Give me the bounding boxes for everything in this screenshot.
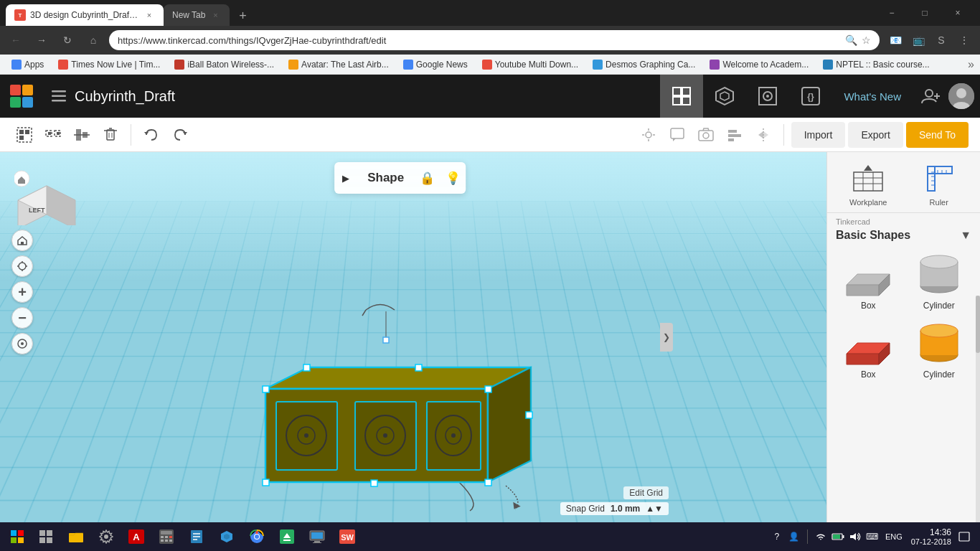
menu-button[interactable]: ⋮	[954, 30, 974, 50]
file-explorer-button[interactable]	[62, 522, 90, 551]
tray-battery-icon[interactable]	[831, 529, 845, 544]
shape-item-cylinder-orange[interactable]: Cylinder	[907, 316, 972, 380]
address-bar[interactable]: https://www.tinkercad.com/things/IQvgerZ…	[109, 30, 880, 50]
tray-lang[interactable]: ENG	[885, 532, 903, 541]
svg-point-78	[304, 433, 308, 438]
tab-close-newtab[interactable]: ×	[209, 9, 221, 21]
edit-grid-button[interactable]: Edit Grid	[623, 486, 669, 499]
export-button[interactable]: Export	[848, 122, 903, 148]
extensions-icon[interactable]: 📧	[885, 30, 905, 50]
minimize-button[interactable]: −	[875, 0, 908, 26]
delete-button[interactable]	[98, 122, 123, 148]
light-icon[interactable]	[636, 122, 661, 148]
svg-point-124	[920, 324, 958, 337]
import-button[interactable]: Import	[791, 122, 846, 148]
add-user-button[interactable]	[913, 75, 948, 118]
align-right-icon[interactable]	[722, 122, 748, 148]
chrome-button[interactable]	[242, 522, 271, 551]
profile-icon[interactable]: S	[931, 30, 951, 50]
tray-user-icon[interactable]: 👤	[787, 529, 801, 544]
svg-rect-47	[728, 130, 737, 133]
tray-help-icon[interactable]: ?	[770, 529, 784, 544]
workplane-tool[interactable]: Workplane	[836, 161, 901, 207]
tray-wifi-icon[interactable]	[814, 529, 828, 544]
app6-button[interactable]	[212, 522, 241, 551]
new-tab-button[interactable]: +	[232, 6, 253, 26]
codeblocks-mode-icon[interactable]	[703, 75, 746, 118]
user-avatar[interactable]	[948, 83, 974, 109]
hamburger-menu[interactable]	[43, 80, 75, 112]
tab-close-tinkercad[interactable]: ×	[143, 9, 155, 21]
bookmark-star-icon[interactable]: ☆	[862, 34, 871, 46]
orbit-button[interactable]	[11, 333, 33, 354]
shape-item-box-grey[interactable]: Box	[836, 248, 901, 311]
bookmark-apps[interactable]: Apps	[6, 58, 50, 71]
script-mode-icon[interactable]: {}	[789, 75, 832, 118]
settings-button[interactable]	[92, 522, 121, 551]
shape-lightbulb-icon[interactable]: 💡	[440, 162, 466, 194]
task-view-button[interactable]	[32, 522, 60, 551]
snap-grid-stepper[interactable]: ▲▼	[646, 504, 663, 514]
bookmark-iball[interactable]: iBall Baton Wireless-...	[169, 58, 280, 71]
bookmarks-more-button[interactable]: »	[968, 58, 974, 71]
ungroup-button[interactable]	[40, 122, 66, 148]
ruler-tool[interactable]: Ruler	[907, 161, 972, 207]
calculator-button[interactable]	[152, 522, 181, 551]
zoom-out-button[interactable]: −	[11, 307, 33, 329]
adobe-button[interactable]: A	[122, 522, 151, 551]
close-button[interactable]: ×	[941, 0, 974, 26]
cast-icon[interactable]: 📺	[908, 30, 928, 50]
group-button[interactable]	[11, 122, 37, 148]
bookmark-nptel[interactable]: NPTEL :: Basic course...	[817, 58, 935, 71]
tab-newtab[interactable]: New Tab ×	[164, 4, 230, 26]
viewport[interactable]: LEFT	[0, 152, 826, 522]
bookmark-times[interactable]: Times Now Live | Tim...	[52, 58, 166, 71]
home-button[interactable]: ⌂	[83, 30, 103, 50]
tinkercad-logo[interactable]	[0, 75, 43, 118]
send-to-button[interactable]: Send To	[906, 122, 969, 148]
back-button[interactable]: ←	[6, 30, 26, 50]
taskbar: A	[0, 522, 980, 551]
bookmark-gnews[interactable]: Google News	[397, 58, 473, 71]
align-button[interactable]	[69, 122, 95, 148]
start-button[interactable]	[3, 522, 32, 551]
tray-keyboard-icon[interactable]: ⌨	[865, 529, 880, 544]
desmos-favicon	[593, 60, 603, 70]
tab-tinkercad[interactable]: T 3D design Cubyrinth_Draft | Tink... ×	[6, 4, 164, 26]
undo-button[interactable]	[138, 122, 164, 148]
mirror-icon[interactable]	[750, 122, 776, 148]
shape-panel-toggle[interactable]: ▶	[334, 162, 357, 194]
shape-item-cylinder-grey[interactable]: Cylinder	[907, 248, 972, 311]
forward-button[interactable]: →	[32, 30, 52, 50]
whats-new-button[interactable]: What's New	[832, 75, 913, 118]
shape-item-box-red[interactable]: Box	[836, 316, 901, 380]
sidebar-toggle-button[interactable]: ❯	[660, 323, 673, 352]
bookmark-ytdl[interactable]: Youtube Multi Down...	[476, 58, 584, 71]
refresh-button[interactable]: ↻	[57, 30, 77, 50]
design-mode-icon[interactable]	[660, 75, 703, 118]
shape-lock-icon[interactable]: 🔒	[414, 162, 440, 194]
fit-view-button[interactable]	[11, 255, 33, 277]
category-dropdown-arrow[interactable]: ▼	[960, 229, 971, 242]
tray-volume-icon[interactable]	[848, 529, 862, 544]
home-view-button[interactable]	[11, 230, 33, 251]
sidebar-scrollbar-thumb[interactable]	[976, 296, 980, 353]
tray-notifications-icon[interactable]	[957, 529, 971, 544]
uget-button[interactable]	[273, 522, 301, 551]
simulate-mode-icon[interactable]	[746, 75, 789, 118]
view-cube[interactable]: LEFT	[14, 161, 79, 228]
solidworks-button[interactable]: SW	[333, 522, 362, 551]
maximize-button[interactable]: □	[908, 0, 941, 26]
camera-icon[interactable]	[693, 122, 719, 148]
app9-button[interactable]	[303, 522, 331, 551]
3d-object[interactable]	[222, 296, 552, 522]
bookmark-desmos[interactable]: Desmos Graphing Ca...	[587, 58, 701, 71]
chat-icon[interactable]	[664, 122, 690, 148]
snap-grid-label: Snap Grid	[566, 504, 605, 514]
svg-rect-141	[161, 536, 164, 538]
bookmark-avatar[interactable]: Avatar: The Last Airb...	[283, 58, 395, 71]
bookmark-academ[interactable]: Welcome to Academ...	[704, 58, 814, 71]
zoom-in-button[interactable]: +	[11, 281, 33, 303]
notepad-button[interactable]	[182, 522, 211, 551]
redo-button[interactable]	[167, 122, 193, 148]
